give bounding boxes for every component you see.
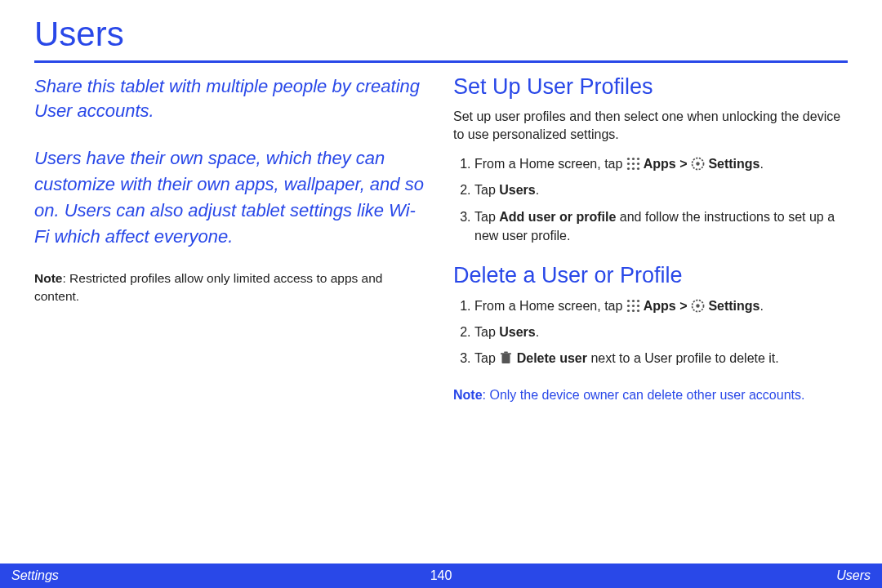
- step-bold: Delete user: [513, 351, 587, 365]
- delete-heading: Delete a User or Profile: [453, 263, 848, 288]
- step-bold: Settings: [705, 157, 760, 171]
- page-title: Users: [34, 15, 848, 63]
- svg-point-0: [627, 158, 630, 160]
- svg-point-15: [632, 305, 635, 307]
- delete-step-3: Tap Delete user next to a User profile t…: [474, 349, 848, 368]
- svg-point-8: [637, 167, 639, 170]
- svg-rect-22: [502, 354, 510, 363]
- svg-point-19: [637, 310, 639, 312]
- step-bold: Users: [499, 183, 535, 197]
- svg-point-11: [627, 300, 630, 302]
- trash-icon: [499, 351, 513, 365]
- note-restricted: Note: Restricted profiles allow only lim…: [34, 270, 429, 305]
- right-column: Set Up User Profiles Set up user profile…: [453, 74, 848, 404]
- note-text: : Only the device owner can delete other…: [483, 388, 805, 402]
- step-text: From a Home screen, tap: [474, 157, 626, 171]
- intro-paragraph-1: Share this tablet with multiple people b…: [34, 74, 429, 122]
- step-text: .: [760, 299, 764, 313]
- svg-point-3: [627, 163, 630, 165]
- setup-steps: From a Home screen, tap Apps > Settings.…: [453, 154, 848, 245]
- step-text: Tap: [474, 210, 499, 224]
- svg-point-13: [637, 300, 639, 302]
- settings-icon: [691, 157, 705, 171]
- delete-note: Note: Only the device owner can delete o…: [453, 386, 848, 404]
- note-label: Note: [34, 271, 62, 285]
- svg-rect-24: [504, 352, 508, 354]
- footer-right: Users: [836, 568, 871, 583]
- svg-point-6: [627, 167, 630, 170]
- left-column: Share this tablet with multiple people b…: [34, 74, 429, 404]
- step-text: Tap: [474, 183, 499, 197]
- setup-heading: Set Up User Profiles: [453, 74, 848, 100]
- apps-icon: [626, 157, 640, 171]
- step-text: .: [760, 157, 764, 171]
- svg-point-5: [637, 163, 639, 165]
- svg-point-16: [637, 305, 639, 307]
- step-bold: Add user or profile: [499, 210, 616, 224]
- svg-point-1: [632, 158, 635, 160]
- svg-point-14: [627, 305, 630, 307]
- setup-desc: Set up user profiles and then select one…: [453, 108, 848, 143]
- setup-step-3: Tap Add user or profile and follow the i…: [474, 207, 848, 245]
- note-text: : Restricted profiles allow only limited…: [34, 271, 382, 303]
- intro-paragraph-2: Users have their own space, which they c…: [34, 145, 429, 250]
- delete-step-2: Tap Users.: [474, 323, 848, 341]
- settings-icon: [691, 299, 705, 313]
- svg-point-18: [632, 310, 635, 312]
- step-bold: Settings: [705, 299, 760, 313]
- svg-rect-23: [501, 354, 511, 355]
- note-label: Note: [453, 388, 483, 402]
- setup-step-2: Tap Users.: [474, 180, 848, 199]
- apps-icon: [626, 299, 640, 313]
- footer-page-number: 140: [430, 568, 452, 583]
- step-bold: Apps >: [640, 157, 691, 171]
- svg-point-10: [696, 162, 699, 165]
- svg-point-2: [637, 158, 639, 160]
- svg-point-17: [627, 310, 630, 312]
- delete-steps: From a Home screen, tap Apps > Settings.…: [453, 296, 848, 368]
- content-columns: Share this tablet with multiple people b…: [34, 74, 848, 404]
- step-text: .: [536, 183, 539, 197]
- svg-point-7: [632, 167, 635, 170]
- step-text: .: [536, 325, 539, 339]
- step-text: Tap: [474, 325, 499, 339]
- setup-step-1: From a Home screen, tap Apps > Settings.: [474, 154, 848, 173]
- step-text: From a Home screen, tap: [474, 299, 626, 313]
- step-bold: Apps >: [640, 299, 691, 313]
- svg-point-4: [632, 163, 635, 165]
- svg-point-12: [632, 300, 635, 302]
- page-footer: Settings 140 Users: [0, 564, 882, 588]
- step-text: next to a User profile to delete it.: [587, 351, 779, 365]
- step-text: Tap: [474, 351, 499, 365]
- footer-left: Settings: [11, 568, 59, 583]
- delete-step-1: From a Home screen, tap Apps > Settings.: [474, 296, 848, 315]
- step-bold: Users: [499, 325, 535, 339]
- svg-point-21: [696, 304, 699, 307]
